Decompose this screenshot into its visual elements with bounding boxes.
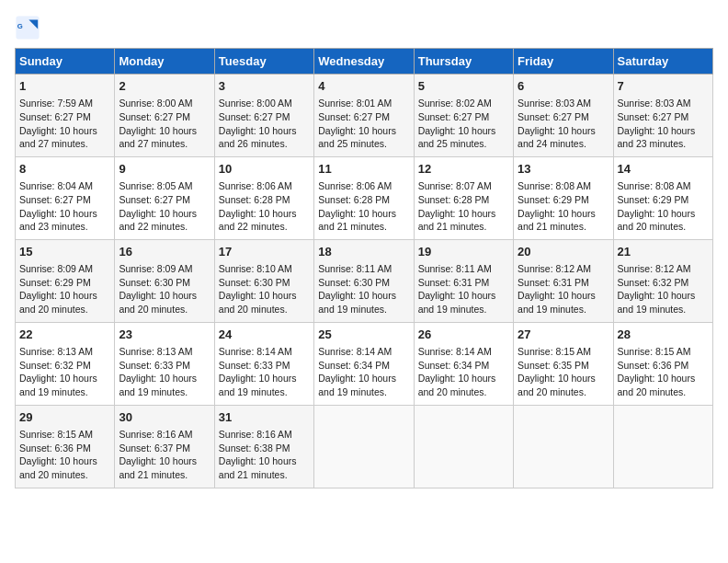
day-number: 22 — [19, 327, 110, 343]
day-info: Sunrise: 8:16 AM Sunset: 6:38 PM Dayligh… — [219, 428, 310, 482]
calendar-cell: 1Sunrise: 7:59 AM Sunset: 6:27 PM Daylig… — [16, 75, 115, 157]
header-day-tuesday: Tuesday — [214, 49, 313, 75]
calendar-cell — [514, 405, 613, 488]
calendar-cell: 26Sunrise: 8:14 AM Sunset: 6:34 PM Dayli… — [414, 322, 513, 405]
day-info: Sunrise: 8:09 AM Sunset: 6:29 PM Dayligh… — [19, 262, 110, 316]
day-number: 14 — [618, 161, 709, 178]
day-number: 25 — [318, 327, 409, 343]
day-info: Sunrise: 8:07 AM Sunset: 6:28 PM Dayligh… — [418, 179, 509, 234]
day-number: 31 — [219, 409, 310, 426]
day-info: Sunrise: 8:14 AM Sunset: 6:34 PM Dayligh… — [318, 345, 409, 399]
day-info: Sunrise: 8:04 AM Sunset: 6:27 PM Dayligh… — [19, 179, 110, 234]
logo-icon: G — [15, 15, 40, 40]
calendar-cell: 8Sunrise: 8:04 AM Sunset: 6:27 PM Daylig… — [16, 156, 115, 239]
day-number: 27 — [518, 327, 609, 343]
day-number: 12 — [418, 161, 509, 178]
calendar-cell: 20Sunrise: 8:12 AM Sunset: 6:31 PM Dayli… — [514, 239, 613, 322]
day-info: Sunrise: 8:03 AM Sunset: 6:27 PM Dayligh… — [618, 97, 709, 151]
calendar-cell: 28Sunrise: 8:15 AM Sunset: 6:36 PM Dayli… — [613, 322, 712, 405]
calendar-cell: 22Sunrise: 8:13 AM Sunset: 6:32 PM Dayli… — [16, 322, 115, 405]
day-number: 30 — [119, 409, 210, 426]
day-info: Sunrise: 8:11 AM Sunset: 6:31 PM Dayligh… — [418, 262, 509, 316]
calendar-cell: 13Sunrise: 8:08 AM Sunset: 6:29 PM Dayli… — [514, 156, 613, 239]
day-info: Sunrise: 8:12 AM Sunset: 6:31 PM Dayligh… — [518, 262, 609, 316]
calendar-week-row: 29Sunrise: 8:15 AM Sunset: 6:36 PM Dayli… — [16, 405, 713, 488]
day-info: Sunrise: 8:15 AM Sunset: 6:36 PM Dayligh… — [19, 428, 110, 482]
calendar-cell: 10Sunrise: 8:06 AM Sunset: 6:28 PM Dayli… — [214, 156, 313, 239]
calendar-week-row: 15Sunrise: 8:09 AM Sunset: 6:29 PM Dayli… — [16, 239, 713, 322]
day-number: 15 — [19, 244, 110, 260]
day-info: Sunrise: 8:16 AM Sunset: 6:37 PM Dayligh… — [119, 428, 210, 482]
day-info: Sunrise: 8:08 AM Sunset: 6:29 PM Dayligh… — [518, 179, 609, 234]
calendar-cell: 4Sunrise: 8:01 AM Sunset: 6:27 PM Daylig… — [314, 75, 414, 157]
svg-text:G: G — [17, 22, 23, 30]
calendar-cell: 9Sunrise: 8:05 AM Sunset: 6:27 PM Daylig… — [115, 156, 214, 239]
day-number: 21 — [618, 244, 709, 260]
calendar-cell: 27Sunrise: 8:15 AM Sunset: 6:35 PM Dayli… — [514, 322, 613, 405]
calendar-cell: 7Sunrise: 8:03 AM Sunset: 6:27 PM Daylig… — [613, 75, 712, 157]
calendar-cell: 21Sunrise: 8:12 AM Sunset: 6:32 PM Dayli… — [613, 239, 712, 322]
calendar-cell: 11Sunrise: 8:06 AM Sunset: 6:28 PM Dayli… — [314, 156, 414, 239]
day-info: Sunrise: 8:13 AM Sunset: 6:33 PM Dayligh… — [119, 345, 210, 399]
calendar-cell: 18Sunrise: 8:11 AM Sunset: 6:30 PM Dayli… — [314, 239, 414, 322]
header: G — [15, 15, 713, 40]
day-number: 8 — [19, 161, 110, 178]
day-number: 18 — [318, 244, 409, 260]
calendar-cell: 17Sunrise: 8:10 AM Sunset: 6:30 PM Dayli… — [214, 239, 313, 322]
calendar-week-row: 1Sunrise: 7:59 AM Sunset: 6:27 PM Daylig… — [16, 75, 713, 157]
calendar-header-row: SundayMondayTuesdayWednesdayThursdayFrid… — [16, 49, 713, 75]
calendar-cell: 3Sunrise: 8:00 AM Sunset: 6:27 PM Daylig… — [214, 75, 313, 157]
header-day-monday: Monday — [115, 49, 214, 75]
day-number: 26 — [418, 327, 509, 343]
calendar-cell: 2Sunrise: 8:00 AM Sunset: 6:27 PM Daylig… — [115, 75, 214, 157]
calendar-cell: 15Sunrise: 8:09 AM Sunset: 6:29 PM Dayli… — [16, 239, 115, 322]
day-info: Sunrise: 8:08 AM Sunset: 6:29 PM Dayligh… — [618, 179, 709, 234]
calendar-cell: 23Sunrise: 8:13 AM Sunset: 6:33 PM Dayli… — [115, 322, 214, 405]
calendar-cell: 29Sunrise: 8:15 AM Sunset: 6:36 PM Dayli… — [16, 405, 115, 488]
day-info: Sunrise: 8:05 AM Sunset: 6:27 PM Dayligh… — [119, 179, 210, 234]
day-number: 9 — [119, 161, 210, 178]
day-info: Sunrise: 8:13 AM Sunset: 6:32 PM Dayligh… — [19, 345, 110, 399]
calendar-week-row: 8Sunrise: 8:04 AM Sunset: 6:27 PM Daylig… — [16, 156, 713, 239]
day-info: Sunrise: 7:59 AM Sunset: 6:27 PM Dayligh… — [19, 97, 110, 151]
day-info: Sunrise: 8:15 AM Sunset: 6:36 PM Dayligh… — [618, 345, 709, 399]
header-day-friday: Friday — [514, 49, 613, 75]
calendar-week-row: 22Sunrise: 8:13 AM Sunset: 6:32 PM Dayli… — [16, 322, 713, 405]
day-number: 24 — [219, 327, 310, 343]
day-number: 4 — [318, 78, 409, 95]
day-number: 6 — [518, 78, 609, 95]
day-info: Sunrise: 8:06 AM Sunset: 6:28 PM Dayligh… — [219, 179, 310, 234]
day-number: 28 — [618, 327, 709, 343]
calendar-cell: 19Sunrise: 8:11 AM Sunset: 6:31 PM Dayli… — [414, 239, 513, 322]
calendar-cell: 31Sunrise: 8:16 AM Sunset: 6:38 PM Dayli… — [214, 405, 313, 488]
day-number: 3 — [219, 78, 310, 95]
day-info: Sunrise: 8:12 AM Sunset: 6:32 PM Dayligh… — [618, 262, 709, 316]
day-number: 1 — [19, 78, 110, 95]
calendar-cell — [414, 405, 513, 488]
calendar-cell: 6Sunrise: 8:03 AM Sunset: 6:27 PM Daylig… — [514, 75, 613, 157]
day-number: 10 — [219, 161, 310, 178]
day-number: 7 — [618, 78, 709, 95]
calendar-table: SundayMondayTuesdayWednesdayThursdayFrid… — [15, 48, 713, 488]
header-day-thursday: Thursday — [414, 49, 513, 75]
day-number: 16 — [119, 244, 210, 260]
day-info: Sunrise: 8:15 AM Sunset: 6:35 PM Dayligh… — [518, 345, 609, 399]
calendar-cell: 5Sunrise: 8:02 AM Sunset: 6:27 PM Daylig… — [414, 75, 513, 157]
day-info: Sunrise: 8:01 AM Sunset: 6:27 PM Dayligh… — [318, 97, 409, 151]
day-info: Sunrise: 8:00 AM Sunset: 6:27 PM Dayligh… — [219, 97, 310, 151]
header-day-wednesday: Wednesday — [314, 49, 414, 75]
day-number: 20 — [518, 244, 609, 260]
day-info: Sunrise: 8:10 AM Sunset: 6:30 PM Dayligh… — [219, 262, 310, 316]
day-number: 19 — [418, 244, 509, 260]
day-info: Sunrise: 8:00 AM Sunset: 6:27 PM Dayligh… — [119, 97, 210, 151]
day-info: Sunrise: 8:14 AM Sunset: 6:34 PM Dayligh… — [418, 345, 509, 399]
day-info: Sunrise: 8:11 AM Sunset: 6:30 PM Dayligh… — [318, 262, 409, 316]
day-number: 23 — [119, 327, 210, 343]
day-number: 5 — [418, 78, 509, 95]
day-info: Sunrise: 8:14 AM Sunset: 6:33 PM Dayligh… — [219, 345, 310, 399]
calendar-cell: 25Sunrise: 8:14 AM Sunset: 6:34 PM Dayli… — [314, 322, 414, 405]
calendar-cell — [613, 405, 712, 488]
calendar-cell: 12Sunrise: 8:07 AM Sunset: 6:28 PM Dayli… — [414, 156, 513, 239]
calendar-cell: 24Sunrise: 8:14 AM Sunset: 6:33 PM Dayli… — [214, 322, 313, 405]
calendar-cell: 16Sunrise: 8:09 AM Sunset: 6:30 PM Dayli… — [115, 239, 214, 322]
